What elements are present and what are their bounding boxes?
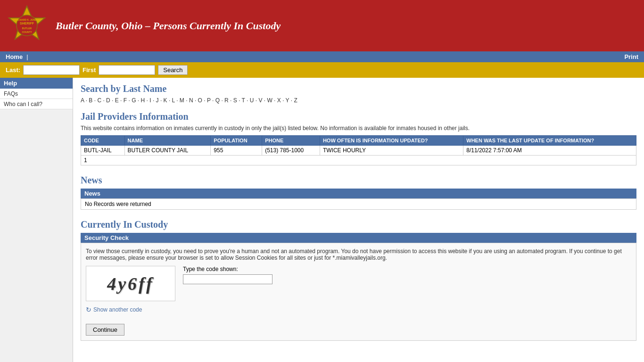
search-section-title: Search by Last Name (81, 83, 636, 94)
alphabet-letter-p[interactable]: P (207, 97, 211, 104)
refresh-icon: ↻ (86, 306, 91, 313)
svg-text:BUTLER: BUTLER (22, 27, 32, 30)
captcha-input[interactable] (183, 274, 272, 284)
sidebar-help-heading: Help (0, 78, 73, 89)
custody-title: Currently In Custody (81, 219, 636, 230)
sidebar-item-faqs[interactable]: FAQs (0, 89, 73, 99)
alphabet-letter-c[interactable]: C (97, 97, 101, 104)
alphabet-letter-s[interactable]: S (233, 97, 237, 104)
alphabet-letter-r[interactable]: R (224, 97, 229, 104)
captcha-area: 4y6ff Type the code shown: (86, 266, 631, 301)
show-another-code-link[interactable]: ↻ Show another code (86, 306, 631, 313)
alphabet-letter-h[interactable]: H (141, 97, 145, 104)
alphabet-letter-e[interactable]: E (115, 97, 119, 104)
search-button[interactable]: Search (158, 65, 188, 75)
table-header-code: CODE (81, 136, 125, 146)
captcha-image: 4y6ff (86, 266, 175, 301)
alphabet-letter-k[interactable]: K (164, 97, 167, 104)
alphabet-letter-m[interactable]: M (180, 97, 184, 104)
header-title: Butler County, Ohio – Persons Currently … (56, 20, 281, 32)
sidebar-item-who-can-i-call[interactable]: Who can I call? (0, 99, 73, 109)
news-body: No Records were returned (81, 198, 636, 210)
svg-text:SHERIFF: SHERIFF (20, 22, 34, 25)
news-header: News (81, 189, 636, 198)
jail-providers-description: This website contains information on inm… (81, 125, 636, 132)
search-section: Search by Last Name A · B · C · D · E · … (81, 83, 636, 104)
main-content: Search by Last Name A · B · C · D · E · … (73, 78, 644, 362)
alphabet-letter-x[interactable]: X (277, 97, 281, 104)
who-can-i-call-link[interactable]: Who can I call? (4, 101, 42, 107)
jail-table-body: BUTL-JAILBUTLER COUNTY JAIL955(513) 785-… (81, 146, 636, 165)
alphabet-letter-n[interactable]: N (189, 97, 193, 104)
svg-text:COUNTY: COUNTY (22, 31, 32, 33)
alphabet-links: A · B · C · D · E · F · G · H · I · J · … (81, 97, 636, 104)
table-header-how-often-is-information-updated: HOW OFTEN IS INFORMATION UPDATED? (320, 136, 463, 146)
table-header-when-was-the-last-update-of-information: WHEN WAS THE LAST UPDATE OF INFORMATION? (463, 136, 636, 146)
alphabet-letter-w[interactable]: W (267, 97, 272, 104)
jail-providers-section: Jail Providers Information This website … (81, 111, 636, 165)
alphabet-letter-g[interactable]: G (132, 97, 136, 104)
news-title: News (81, 175, 636, 186)
main-layout: Help FAQs Who can I call? Search by Last… (0, 78, 644, 362)
alphabet-letter-t[interactable]: T (242, 97, 245, 104)
nav-divider: | (26, 53, 28, 60)
captcha-label: Type the code shown: (183, 266, 272, 272)
security-check-body: To view those currently in custody, you … (81, 243, 636, 341)
alphabet-letter-q[interactable]: Q (215, 97, 220, 104)
jail-providers-title: Jail Providers Information (81, 111, 636, 122)
sidebar: Help FAQs Who can I call? (0, 78, 73, 362)
faqs-link[interactable]: FAQs (4, 90, 18, 97)
security-text: To view those currently in custody, you … (86, 248, 631, 261)
sheriff-logo: RICHARD K. JONES SHERIFF BUTLER COUNTY (6, 4, 48, 48)
alphabet-letter-d[interactable]: D (106, 97, 110, 104)
first-name-label: First (83, 66, 96, 74)
news-section: News News No Records were returned (81, 175, 636, 210)
navbar: Home | Print (0, 51, 644, 62)
page-header: RICHARD K. JONES SHERIFF BUTLER COUNTY B… (0, 0, 644, 51)
table-row: BUTL-JAILBUTLER COUNTY JAIL955(513) 785-… (81, 146, 636, 156)
table-header-name: NAME (124, 136, 211, 146)
alphabet-letter-z[interactable]: Z (294, 97, 297, 104)
table-header-phone: PHONE (262, 136, 320, 146)
alphabet-letter-o[interactable]: O (198, 97, 202, 104)
security-check-header: Security Check (81, 233, 636, 243)
captcha-input-area: Type the code shown: (183, 266, 272, 284)
last-name-label: Last: (6, 66, 20, 74)
show-another-label: Show another code (93, 306, 142, 313)
table-header-population: POPULATION (211, 136, 262, 146)
print-link[interactable]: Print (624, 53, 638, 60)
search-bar: Last: First Search (0, 62, 644, 78)
last-name-input[interactable] (23, 65, 80, 75)
custody-section: Currently In Custody Security Check To v… (81, 219, 636, 341)
continue-button[interactable]: Continue (86, 324, 124, 336)
first-name-input[interactable] (99, 65, 155, 75)
jail-providers-table: CODENAMEPOPULATIONPHONEHOW OFTEN IS INFO… (81, 135, 636, 165)
table-row-number: 1 (81, 156, 636, 165)
home-link[interactable]: Home (6, 53, 23, 60)
svg-text:RICHARD K. JONES: RICHARD K. JONES (16, 18, 38, 21)
table-header-row: CODENAMEPOPULATIONPHONEHOW OFTEN IS INFO… (81, 136, 636, 146)
